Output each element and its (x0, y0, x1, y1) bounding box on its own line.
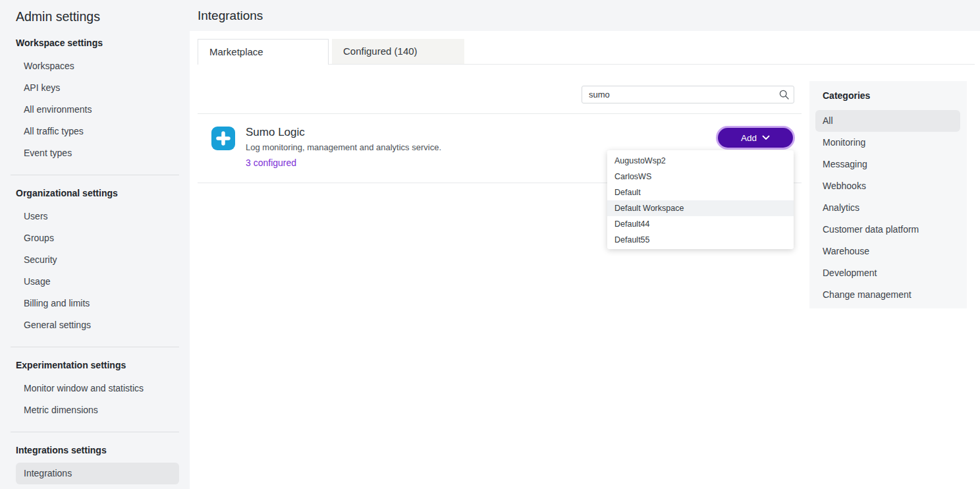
add-button[interactable]: Add (718, 128, 793, 148)
sidebar-item-all-traffic-types[interactable]: All traffic types (16, 121, 179, 142)
category-development[interactable]: Development (815, 262, 960, 284)
sidebar-list-integrations: Integrations (0, 463, 190, 484)
search-box (582, 86, 794, 103)
sidebar-item-monitor-window-and-statistics[interactable]: Monitor window and statistics (16, 378, 179, 399)
sidebar-item-general-settings[interactable]: General settings (16, 314, 179, 336)
add-button-label: Add (741, 133, 757, 143)
sidebar-heading-experimentation-settings: Experimentation settings (16, 357, 179, 374)
category-warehouse[interactable]: Warehouse (815, 241, 960, 262)
sidebar-list-workspace: Workspaces API keys All environments All… (0, 55, 190, 164)
sidebar-item-event-types[interactable]: Event types (16, 142, 179, 164)
sidebar-item-billing-and-limits[interactable]: Billing and limits (16, 293, 179, 314)
sidebar-heading-workspace-settings: Workspace settings (16, 34, 179, 51)
category-monitoring[interactable]: Monitoring (815, 132, 960, 154)
sidebar-list-experimentation: Monitor window and statistics Metric dim… (0, 378, 190, 421)
categories-list: All Monitoring Messaging Webhooks Analyt… (809, 110, 967, 306)
sidebar: Admin settings Workspace settings Worksp… (0, 0, 190, 489)
category-change-management[interactable]: Change management (815, 284, 960, 306)
admin-settings-page: Integrations Admin settings Workspace se… (0, 0, 980, 489)
category-analytics[interactable]: Analytics (815, 197, 960, 219)
dropdown-item-default44[interactable]: Default44 (607, 216, 794, 232)
dropdown-item-default55[interactable]: Default55 (607, 232, 794, 248)
search-input[interactable] (582, 86, 794, 103)
sidebar-divider (11, 347, 179, 347)
dropdown-item-default[interactable]: Default (607, 185, 794, 200)
sidebar-item-all-environments[interactable]: All environments (16, 99, 179, 121)
tab-marketplace[interactable]: Marketplace (198, 39, 329, 65)
sidebar-item-api-keys[interactable]: API keys (16, 77, 179, 99)
sidebar-title: Admin settings (16, 8, 190, 25)
sidebar-item-security[interactable]: Security (16, 249, 179, 271)
sidebar-item-workspaces[interactable]: Workspaces (16, 55, 179, 77)
chevron-down-icon (762, 135, 770, 140)
sidebar-item-integrations[interactable]: Integrations (16, 463, 179, 484)
categories-panel: Categories All Monitoring Messaging Webh… (809, 81, 967, 308)
tab-bar: Marketplace Configured (140) (198, 39, 975, 65)
sidebar-list-organizational: Users Groups Security Usage Billing and … (0, 206, 190, 336)
sidebar-item-groups[interactable]: Groups (16, 227, 179, 249)
workspace-dropdown-menu: AugustoWsp2 CarlosWS Default Default Wor… (607, 150, 794, 249)
sidebar-heading-integrations-settings: Integrations settings (16, 442, 179, 459)
dropdown-item-default-workspace[interactable]: Default Workspace (607, 200, 794, 216)
integration-name: Sumo Logic (246, 126, 305, 139)
integration-description: Log monitoring, management and analytics… (246, 142, 441, 152)
sidebar-item-metric-dimensions[interactable]: Metric dimensions (16, 399, 179, 421)
dropdown-item-carlosws[interactable]: CarlosWS (607, 169, 794, 185)
categories-heading: Categories (823, 87, 967, 104)
tab-configured[interactable]: Configured (140) (332, 39, 464, 64)
page-title: Integrations (198, 0, 263, 31)
category-all[interactable]: All (815, 110, 960, 132)
plus-icon (211, 127, 235, 150)
dropdown-item-augustowsp2[interactable]: AugustoWsp2 (607, 153, 794, 169)
category-customer-data-platform[interactable]: Customer data platform (815, 219, 960, 241)
sidebar-heading-organizational-settings: Organizational settings (16, 185, 179, 202)
category-messaging[interactable]: Messaging (815, 154, 960, 175)
sidebar-divider (11, 175, 179, 175)
category-webhooks[interactable]: Webhooks (815, 175, 960, 197)
sidebar-item-users[interactable]: Users (16, 206, 179, 227)
sidebar-divider (11, 432, 179, 432)
configured-count-link[interactable]: 3 configured (246, 158, 296, 168)
sidebar-item-usage[interactable]: Usage (16, 271, 179, 293)
